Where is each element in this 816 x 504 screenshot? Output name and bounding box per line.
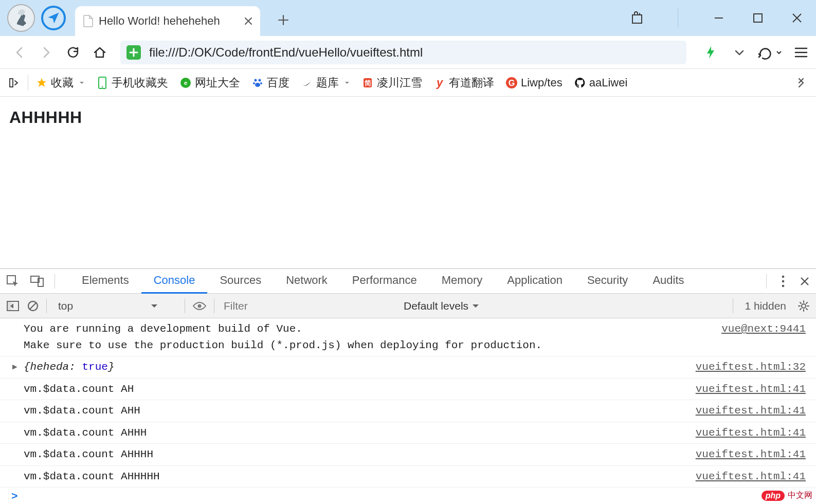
svg-point-8: [259, 79, 261, 81]
separator: [185, 299, 185, 313]
bookmark-label: Liwp/tes: [521, 76, 563, 89]
chevron-down-icon: [344, 80, 350, 85]
console-source-link[interactable]: vueiftest.html:41: [696, 425, 806, 441]
document-icon: [83, 15, 94, 27]
lightning-icon[interactable]: [705, 45, 716, 60]
console-row[interactable]: vm.$data.count AHHvueiftest.html:41: [0, 400, 816, 422]
tab-strip: Hello World! heheheheh: [0, 0, 816, 36]
live-expression-icon[interactable]: [192, 301, 207, 311]
address-bar: file:///D:/OK/Code/frontEnd/vueHello/vue…: [0, 36, 816, 69]
paw-icon: [251, 77, 264, 89]
reload-button[interactable]: [62, 45, 84, 60]
menu-button[interactable]: [794, 46, 808, 59]
browser-tab[interactable]: Hello World! heheheheh: [75, 6, 260, 36]
svg-point-11: [255, 83, 260, 87]
console-source-link[interactable]: vueiftest.html:41: [696, 381, 806, 398]
console-filter-input[interactable]: [222, 297, 396, 315]
svg-point-4: [102, 86, 103, 87]
bookmark-label: 有道翻译: [449, 75, 494, 91]
site-security-icon[interactable]: [126, 45, 141, 60]
paper-plane-icon[interactable]: [41, 6, 66, 30]
console-row[interactable]: vm.$data.count AHHHvueiftest.html:41: [0, 422, 816, 444]
separator: [733, 299, 733, 313]
devtools-menu-icon[interactable]: [781, 275, 785, 288]
close-tab-icon[interactable]: [244, 16, 253, 26]
bookmark-item[interactable]: 收藏: [35, 75, 85, 91]
console-message: vm.$data.count AH: [24, 381, 696, 398]
context-select[interactable]: top: [54, 298, 177, 314]
console-prompt[interactable]: >: [0, 488, 816, 504]
devtools-tab-network[interactable]: Network: [274, 268, 340, 294]
window-close-button[interactable]: [789, 12, 805, 24]
threesixty-icon: e: [179, 77, 192, 89]
console-row[interactable]: vm.$data.count AHHHHHvueiftest.html:41: [0, 466, 816, 488]
bookmark-label: 凌川江雪: [377, 75, 422, 91]
console-settings-icon[interactable]: [797, 300, 810, 312]
extensions-icon[interactable]: [629, 11, 645, 25]
chevron-down-icon[interactable]: [734, 47, 745, 58]
back-button[interactable]: [8, 46, 31, 59]
svg-point-27: [802, 304, 806, 308]
hidden-count[interactable]: 1 hidden: [745, 300, 786, 312]
maximize-button[interactable]: [750, 13, 766, 23]
github-icon: [574, 77, 586, 89]
disclosure-triangle-icon[interactable]: ▶: [12, 361, 17, 373]
bookmark-label: 题库: [316, 75, 339, 91]
console-row[interactable]: ▶ {heheda: true} vueiftest.html:32: [0, 356, 816, 379]
bookmark-label: 手机收藏夹: [112, 75, 168, 91]
console-source-link[interactable]: vueiftest.html:41: [696, 469, 806, 485]
bookmark-item[interactable]: e网址大全: [179, 75, 240, 91]
inspect-element-icon[interactable]: [6, 275, 20, 288]
watermark: php 中文网: [761, 490, 812, 501]
minimize-button[interactable]: [711, 12, 727, 24]
bookmark-item[interactable]: 简凌川江雪: [361, 75, 422, 91]
device-toggle-icon[interactable]: [30, 275, 44, 288]
bookmark-item[interactable]: GLiwp/tes: [505, 76, 563, 89]
undo-button[interactable]: [757, 45, 782, 60]
dropdown-icon: [150, 303, 158, 309]
console-source-link[interactable]: vueiftest.html:32: [696, 359, 806, 375]
console-message: You are running a development build of V…: [24, 321, 721, 353]
page-heading: AHHHHH: [9, 108, 807, 127]
profile-avatar[interactable]: [7, 4, 35, 32]
home-button[interactable]: [88, 45, 111, 60]
new-tab-button[interactable]: [271, 13, 295, 27]
log-levels-select[interactable]: Default levels: [404, 300, 480, 312]
devtools-tab-memory[interactable]: Memory: [429, 268, 495, 294]
svg-text:e: e: [184, 80, 187, 86]
devtools-close-icon[interactable]: [800, 276, 810, 286]
bookmark-item[interactable]: aaLiwei: [574, 76, 628, 89]
devtools-tab-elements[interactable]: Elements: [69, 268, 141, 294]
tab-title: Hello World! heheheheh: [99, 14, 238, 28]
side-panel-toggle[interactable]: [8, 77, 21, 89]
bookmark-item[interactable]: 百度: [251, 75, 289, 91]
console-row[interactable]: vm.$data.count AHHHHvueiftest.html:41: [0, 444, 816, 466]
console-message: vm.$data.count AHHH: [24, 425, 696, 441]
bookmark-item[interactable]: 题库: [301, 75, 350, 91]
console-row[interactable]: You are running a development build of V…: [0, 318, 816, 356]
svg-point-21: [782, 280, 785, 282]
devtools-tab-audits[interactable]: Audits: [640, 268, 696, 294]
clear-console-icon[interactable]: [27, 300, 39, 312]
devtools-tab-performance[interactable]: Performance: [340, 268, 429, 294]
url-field[interactable]: file:///D:/OK/Code/frontEnd/vueHello/vue…: [120, 41, 686, 64]
url-text: file:///D:/OK/Code/frontEnd/vueHello/vue…: [149, 45, 423, 60]
console-source-link[interactable]: vueiftest.html:41: [696, 446, 806, 463]
bookmarks-overflow[interactable]: [795, 78, 808, 87]
devtools-tab-console[interactable]: Console: [141, 268, 208, 294]
console-source-link[interactable]: vueiftest.html:41: [696, 403, 806, 419]
devtools-tab-security[interactable]: Security: [575, 268, 640, 294]
svg-text:G: G: [509, 79, 515, 87]
devtools-tab-application[interactable]: Application: [495, 268, 575, 294]
bookmarks-bar: 收藏手机收藏夹e网址大全百度题库简凌川江雪y有道翻译GLiwp/tesaaLiw…: [0, 69, 816, 97]
console-toolbar: top Default levels 1 hidden: [0, 294, 816, 318]
bookmark-item[interactable]: y有道翻译: [433, 75, 494, 91]
devtools-tab-sources[interactable]: Sources: [207, 268, 274, 294]
svg-point-10: [260, 82, 262, 84]
console-source-link[interactable]: vue@next:9441: [721, 321, 806, 353]
console-row[interactable]: vm.$data.count AHvueiftest.html:41: [0, 379, 816, 401]
forward-button[interactable]: [35, 46, 58, 59]
address-actions: [700, 45, 808, 60]
bookmark-item[interactable]: 手机收藏夹: [96, 75, 168, 91]
toggle-sidebar-icon[interactable]: [6, 300, 20, 312]
